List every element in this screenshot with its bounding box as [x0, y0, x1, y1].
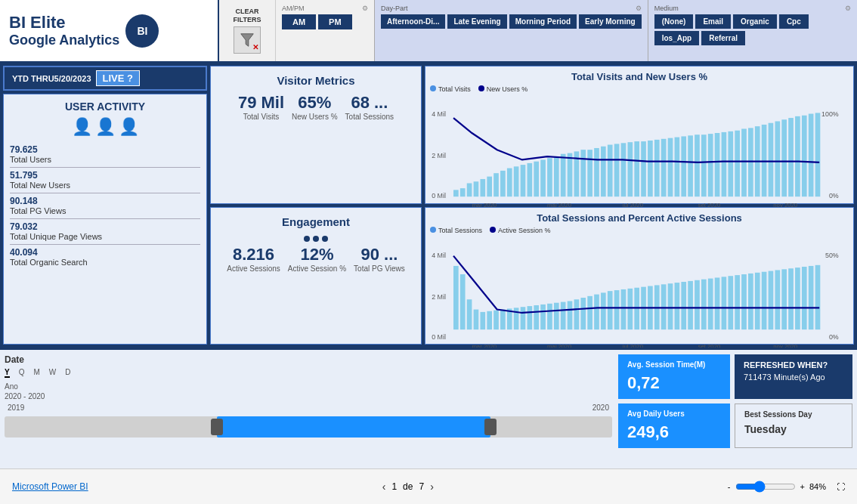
- svg-rect-115: [741, 274, 747, 329]
- refreshed-widget: REFRESHED WHEN? 711473 Minute(s) Ago: [735, 354, 852, 399]
- svg-rect-111: [715, 277, 720, 329]
- date-slider-handle-right[interactable]: [484, 419, 497, 435]
- am-button[interactable]: AM: [282, 14, 316, 29]
- svg-rect-108: [695, 280, 700, 329]
- metric-organic-search-label: Total Organic Search: [10, 258, 200, 267]
- medium-btn-4[interactable]: Ios_App: [654, 31, 699, 45]
- svg-rect-79: [500, 309, 506, 329]
- clear-filters-button[interactable]: ✕: [234, 26, 261, 54]
- svg-rect-106: [681, 281, 686, 329]
- svg-rect-114: [735, 275, 740, 329]
- gran-m[interactable]: M: [33, 368, 39, 378]
- svg-rect-35: [648, 141, 653, 196]
- svg-rect-16: [521, 165, 526, 196]
- svg-marker-0: [241, 34, 254, 47]
- visitor-metrics-row: 79 Mil Total Visits 65% New Users % 68 .…: [218, 93, 413, 121]
- metric-new-users-value: 51.795: [10, 170, 200, 181]
- medium-buttons: (None) Email Organic Cpc Ios_App Referra…: [654, 14, 851, 45]
- daypart-buttons: Afternoon-Di... Late Evening Morning Per…: [381, 14, 642, 29]
- date-slider-handle-left[interactable]: [211, 419, 223, 435]
- svg-rect-57: [795, 116, 800, 196]
- logo-section: BI Elite Google Analytics BI: [0, 0, 219, 61]
- daypart-btn-0[interactable]: Afternoon-Di...: [381, 14, 445, 29]
- daypart-btn-2[interactable]: Morning Period: [509, 14, 577, 29]
- medium-btn-2[interactable]: Organic: [733, 14, 777, 29]
- medium-btn-5[interactable]: Referral: [701, 31, 745, 45]
- zoom-controls: - + 84% ⛶: [728, 481, 845, 493]
- zoom-slider[interactable]: [735, 481, 796, 493]
- zoom-plus[interactable]: +: [800, 482, 805, 491]
- svg-rect-12: [493, 173, 499, 196]
- daypart-btn-3[interactable]: Early Morning: [579, 14, 642, 29]
- svg-rect-110: [708, 278, 713, 329]
- gran-y[interactable]: Y: [5, 368, 10, 378]
- svg-rect-25: [580, 150, 586, 196]
- new-users-block: 65% New Users %: [292, 93, 338, 121]
- page-next-button[interactable]: ›: [430, 481, 434, 493]
- svg-rect-76: [480, 311, 485, 329]
- daypart-btn-1[interactable]: Late Evening: [447, 14, 506, 29]
- total-pg-views-block: 90 ... Total PG Views: [354, 245, 405, 273]
- logo-subtitle: Google Analytics: [9, 32, 119, 48]
- svg-rect-60: [815, 113, 821, 196]
- svg-rect-126: [815, 264, 821, 329]
- pm-button[interactable]: PM: [318, 14, 352, 29]
- svg-rect-53: [769, 123, 774, 197]
- fit-screen-icon[interactable]: ⛶: [837, 482, 845, 491]
- chart2-title: Total Sessions and Percent Active Sessio…: [430, 212, 849, 224]
- svg-rect-58: [802, 116, 807, 196]
- svg-rect-41: [688, 135, 693, 196]
- metric-unique-pv: 79.032 Total Unique Page Views: [10, 221, 200, 241]
- active-sessions-block: 8.216 Active Sessions: [227, 245, 280, 273]
- medium-btn-1[interactable]: Email: [695, 14, 731, 29]
- date-section-title: Date: [5, 354, 612, 365]
- svg-rect-125: [809, 265, 814, 329]
- gran-w[interactable]: W: [49, 368, 56, 378]
- chart1-title: Total Visits and New Users %: [430, 71, 849, 82]
- page-prev-button[interactable]: ‹: [382, 481, 386, 493]
- engagement-panel-title: Engagement: [282, 215, 350, 228]
- new-users-label: New Users %: [292, 113, 338, 121]
- medium-btn-3[interactable]: Cpc: [779, 14, 809, 29]
- svg-rect-72: [453, 265, 459, 329]
- power-bi-link[interactable]: Microsoft Power BI: [12, 481, 88, 492]
- zoom-minus[interactable]: -: [728, 482, 731, 491]
- best-sessions-title: Best Sessions Day: [744, 410, 843, 419]
- svg-rect-38: [668, 138, 673, 197]
- svg-rect-86: [547, 303, 552, 329]
- svg-rect-30: [614, 144, 620, 196]
- ampm-label: AM/PM: [282, 5, 305, 12]
- svg-text:100%: 100%: [821, 110, 839, 118]
- ampm-section: AM/PM ⚙ AM PM: [276, 0, 374, 61]
- widget-row-1: Avg. Session Time(M) 0,72 REFRESHED WHEN…: [618, 354, 852, 399]
- new-users-value: 65%: [298, 93, 331, 113]
- visitor-panel: Visitor Metrics 79 Mil Total Visits 65% …: [210, 66, 422, 204]
- chart2-legend1: Total Sessions: [430, 227, 482, 234]
- metric-total-users-value: 79.625: [10, 144, 200, 155]
- metric-organic-search-value: 40.094: [10, 247, 200, 258]
- medium-btn-0[interactable]: (None): [654, 14, 694, 29]
- user-icon-1: 👤: [72, 117, 92, 137]
- svg-rect-103: [661, 284, 667, 329]
- svg-rect-42: [695, 135, 700, 196]
- chart2-panel: Total Sessions and Percent Active Sessio…: [425, 207, 854, 345]
- gran-d[interactable]: D: [65, 368, 70, 378]
- metric-pg-views-value: 90.148: [10, 196, 200, 206]
- active-session-pct-value: 12%: [300, 245, 333, 264]
- svg-rect-49: [741, 128, 747, 196]
- date-slider-container[interactable]: [5, 416, 612, 438]
- chart1-panel: Total Visits and New Users % Total Visit…: [425, 66, 854, 204]
- total-sessions-label: Total Sessions: [345, 113, 394, 121]
- svg-rect-83: [528, 306, 533, 329]
- chart1-svg: 4 Mil 2 Mil 0 Mil 100% 0%: [430, 94, 849, 222]
- user-activity-panel: USER ACTIVITY 👤 👤 👤 79.625 Total Users 5…: [3, 94, 207, 345]
- svg-rect-107: [688, 280, 693, 329]
- clear-filters-label: CLEAR FILTERS: [222, 8, 272, 24]
- date-left-label: 2019: [8, 404, 24, 412]
- svg-text:4 Mil: 4 Mil: [432, 110, 446, 118]
- svg-rect-15: [514, 166, 519, 196]
- gran-q[interactable]: Q: [19, 368, 25, 378]
- svg-rect-55: [781, 119, 787, 196]
- svg-rect-89: [568, 301, 573, 329]
- svg-rect-120: [775, 270, 780, 329]
